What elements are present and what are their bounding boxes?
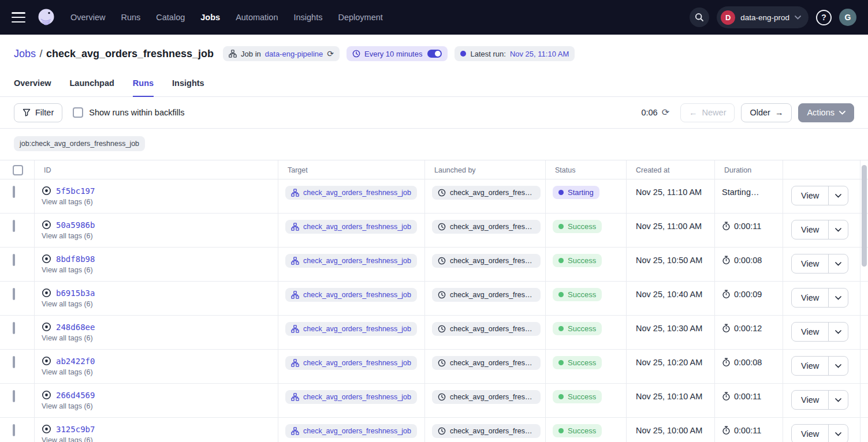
latest-run-prefix: Latest run: bbox=[470, 50, 505, 58]
view-all-tags-link[interactable]: View all tags (6) bbox=[42, 334, 93, 342]
row-checkbox[interactable] bbox=[13, 288, 15, 300]
view-dropdown-button[interactable] bbox=[829, 186, 848, 205]
hamburger-menu-icon[interactable] bbox=[12, 12, 25, 23]
row-checkbox[interactable] bbox=[13, 424, 15, 436]
workspace-switcher[interactable]: D data-eng-prod bbox=[717, 6, 809, 28]
nav-item-automation[interactable]: Automation bbox=[236, 13, 278, 22]
refresh-icon[interactable]: ⟳ bbox=[662, 108, 669, 117]
workspace-avatar: D bbox=[721, 10, 735, 25]
view-button[interactable]: View bbox=[792, 186, 829, 205]
view-dropdown-button[interactable] bbox=[829, 425, 848, 442]
target-pill[interactable]: check_avg_orders_freshness_job bbox=[285, 220, 417, 234]
run-id-link[interactable]: 50a5986b bbox=[56, 220, 95, 230]
view-button[interactable]: View bbox=[792, 357, 829, 375]
view-dropdown-button[interactable] bbox=[829, 289, 848, 307]
target-pill[interactable]: check_avg_orders_freshness_job bbox=[285, 322, 417, 336]
row-checkbox[interactable] bbox=[13, 220, 15, 232]
help-button[interactable]: ? bbox=[816, 10, 832, 25]
run-id-link[interactable]: 248d68ee bbox=[56, 323, 95, 332]
target-pill[interactable]: check_avg_orders_freshness_job bbox=[285, 390, 417, 404]
nav-item-runs[interactable]: Runs bbox=[121, 13, 140, 22]
launched-by-pill[interactable]: check_avg_orders_freshn… bbox=[432, 322, 541, 336]
latest-run-link[interactable]: Nov 25, 11:10 AM bbox=[510, 50, 569, 58]
nav-item-jobs[interactable]: Jobs bbox=[200, 13, 220, 22]
user-avatar[interactable]: G bbox=[839, 9, 856, 26]
table-row: 266d4569 View all tags (6) check_avg_ord… bbox=[0, 384, 868, 418]
select-all-checkbox[interactable] bbox=[13, 165, 23, 175]
row-checkbox[interactable] bbox=[13, 356, 15, 368]
nav-item-deployment[interactable]: Deployment bbox=[338, 13, 382, 22]
view-all-tags-link[interactable]: View all tags (6) bbox=[42, 300, 93, 308]
view-button[interactable]: View bbox=[792, 220, 829, 239]
run-target-icon bbox=[42, 254, 51, 264]
target-pill[interactable]: check_avg_orders_freshness_job bbox=[285, 288, 417, 302]
target-pill[interactable]: check_avg_orders_freshness_job bbox=[285, 186, 417, 200]
view-all-tags-link[interactable]: View all tags (6) bbox=[42, 232, 93, 240]
tab-runs[interactable]: Runs bbox=[133, 69, 154, 97]
launched-by-pill[interactable]: check_avg_orders_freshn… bbox=[432, 220, 541, 234]
view-dropdown-button[interactable] bbox=[829, 357, 848, 375]
view-all-tags-link[interactable]: View all tags (6) bbox=[42, 198, 93, 206]
job-graph-icon bbox=[291, 291, 299, 299]
launched-by-pill[interactable]: check_avg_orders_freshn… bbox=[432, 424, 541, 438]
schedule-toggle[interactable] bbox=[427, 50, 442, 58]
chevron-down-icon bbox=[835, 194, 841, 198]
view-dropdown-button[interactable] bbox=[829, 323, 848, 341]
sync-icon[interactable]: ⟳ bbox=[327, 50, 334, 58]
nav-item-catalog[interactable]: Catalog bbox=[156, 13, 185, 22]
view-button[interactable]: View bbox=[792, 425, 829, 442]
search-button[interactable] bbox=[690, 8, 709, 27]
run-id-link[interactable]: b6915b3a bbox=[56, 289, 95, 298]
launched-by-pill[interactable]: check_avg_orders_freshn… bbox=[432, 356, 541, 370]
view-button[interactable]: View bbox=[792, 254, 829, 273]
tab-launchpad[interactable]: Launchpad bbox=[70, 69, 114, 97]
view-dropdown-button[interactable] bbox=[829, 391, 848, 409]
run-id-link[interactable]: 8bdf8b98 bbox=[56, 254, 95, 264]
row-checkbox[interactable] bbox=[13, 322, 15, 334]
view-all-tags-link[interactable]: View all tags (6) bbox=[42, 368, 93, 376]
backfills-checkbox[interactable] bbox=[73, 107, 83, 118]
dagster-app: Overview Runs Catalog Jobs Automation In… bbox=[0, 0, 868, 442]
run-id-link[interactable]: 3125c9b7 bbox=[56, 425, 95, 434]
view-button[interactable]: View bbox=[792, 289, 829, 307]
view-all-tags-link[interactable]: View all tags (6) bbox=[42, 266, 93, 274]
nav-item-insights[interactable]: Insights bbox=[293, 13, 322, 22]
run-id-link[interactable]: 5f5bc197 bbox=[56, 186, 95, 196]
view-dropdown-button[interactable] bbox=[829, 220, 848, 239]
row-checkbox[interactable] bbox=[13, 254, 15, 266]
actions-button[interactable]: Actions bbox=[798, 103, 854, 122]
nav-item-overview[interactable]: Overview bbox=[70, 13, 105, 22]
launched-by-pill[interactable]: check_avg_orders_freshn… bbox=[432, 186, 541, 200]
target-pill[interactable]: check_avg_orders_freshness_job bbox=[285, 356, 417, 370]
top-nav: Overview Runs Catalog Jobs Automation In… bbox=[0, 0, 868, 35]
newer-button[interactable]: ← Newer bbox=[680, 103, 735, 122]
tab-insights[interactable]: Insights bbox=[172, 69, 204, 97]
run-id-link[interactable]: ab2422f0 bbox=[56, 357, 95, 366]
row-checkbox[interactable] bbox=[13, 186, 15, 198]
older-button[interactable]: Older → bbox=[741, 103, 792, 122]
dagster-logo-icon[interactable] bbox=[36, 7, 57, 28]
stopwatch-icon bbox=[722, 426, 731, 435]
view-dropdown-button[interactable] bbox=[829, 254, 848, 273]
filter-button[interactable]: Filter bbox=[14, 103, 62, 122]
launched-by-pill[interactable]: check_avg_orders_freshn… bbox=[432, 288, 541, 302]
run-id-link[interactable]: 266d4569 bbox=[56, 391, 95, 400]
tab-overview[interactable]: Overview bbox=[14, 69, 51, 97]
view-all-tags-link[interactable]: View all tags (6) bbox=[42, 402, 93, 410]
duration-cell: 0:00:08 bbox=[715, 350, 783, 383]
scrollbar-thumb[interactable] bbox=[862, 165, 867, 267]
created-at-cell: Nov 25, 10:00 AM bbox=[627, 418, 715, 442]
view-button[interactable]: View bbox=[792, 323, 829, 341]
breadcrumb-jobs-link[interactable]: Jobs bbox=[14, 48, 36, 59]
pipeline-link[interactable]: data-eng-pipeline bbox=[265, 50, 323, 58]
row-checkbox[interactable] bbox=[13, 390, 15, 402]
target-pill[interactable]: check_avg_orders_freshness_job bbox=[285, 254, 417, 268]
job-tabs: Overview Launchpad Runs Insights bbox=[0, 69, 868, 97]
view-all-tags-link[interactable]: View all tags (6) bbox=[42, 436, 93, 442]
job-filter-tag[interactable]: job:check_avg_orders_freshness_job bbox=[14, 136, 145, 151]
launched-by-pill[interactable]: check_avg_orders_freshn… bbox=[432, 254, 541, 268]
stopwatch-icon bbox=[722, 392, 731, 401]
target-pill[interactable]: check_avg_orders_freshness_job bbox=[285, 424, 417, 438]
view-button[interactable]: View bbox=[792, 391, 829, 409]
launched-by-pill[interactable]: check_avg_orders_freshn… bbox=[432, 390, 541, 404]
